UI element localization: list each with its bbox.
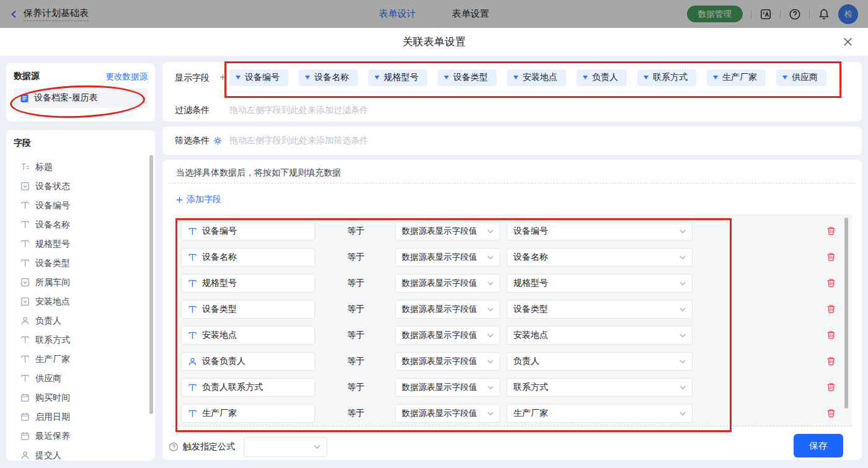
change-datasource-link[interactable]: 更改数据源: [106, 71, 148, 82]
field-list-item[interactable]: 提交人: [6, 446, 155, 461]
display-field-chip[interactable]: 供应商: [776, 69, 826, 86]
display-field-chip[interactable]: 安装地点: [507, 69, 566, 86]
rule-field-box[interactable]: 生产厂家: [181, 404, 315, 423]
fill-rule-row: 设备负责人 等于 数据源表显示字段值 负责人: [181, 352, 852, 371]
source-field-select[interactable]: 设备编号: [507, 222, 693, 241]
field-list-item[interactable]: 生产厂家: [6, 350, 155, 369]
field-list-item[interactable]: 设备编号: [6, 196, 155, 215]
source-field-select[interactable]: 联系方式: [507, 378, 693, 397]
rule-field-box[interactable]: 规格型号: [181, 274, 315, 293]
field-type-icon: [188, 227, 197, 236]
avatar[interactable]: 检: [838, 4, 858, 24]
field-list-item[interactable]: 设备类型: [6, 254, 155, 273]
close-icon[interactable]: [843, 37, 853, 47]
field-list-item[interactable]: 设备名称: [6, 215, 155, 234]
add-display-field-icon[interactable]: [219, 74, 226, 81]
trash-icon[interactable]: [826, 226, 836, 236]
display-field-chip[interactable]: 设备编号: [229, 69, 288, 86]
display-field-chip[interactable]: 负责人: [577, 69, 627, 86]
gear-icon[interactable]: [213, 136, 222, 145]
display-field-chip[interactable]: 设备类型: [438, 69, 497, 86]
trash-icon[interactable]: [826, 304, 836, 314]
data-manage-button[interactable]: 数据管理: [687, 6, 743, 22]
source-value-select[interactable]: 数据源表显示字段值: [395, 274, 500, 293]
display-field-chip[interactable]: 规格型号: [368, 69, 427, 86]
rule-field-box[interactable]: 设备名称: [181, 248, 315, 267]
source-value-label: 数据源表显示字段值: [402, 252, 477, 263]
source-value-select[interactable]: 数据源表显示字段值: [395, 248, 500, 267]
add-field-button[interactable]: 添加字段: [176, 194, 221, 205]
field-list-item[interactable]: 安装地点: [6, 292, 155, 311]
source-field-select[interactable]: 负责人: [507, 352, 693, 371]
source-value-select[interactable]: 数据源表显示字段值: [395, 300, 500, 319]
field-list-item[interactable]: 设备状态: [6, 177, 155, 196]
filter-drop-zone[interactable]: 拖动左侧字段到此处来添加过滤条件: [229, 105, 368, 116]
field-item-label: 标题: [35, 162, 53, 173]
trash-icon[interactable]: [826, 382, 836, 392]
field-type-icon: [20, 220, 30, 230]
display-field-chip[interactable]: 生产厂家: [707, 69, 766, 86]
rule-field-box[interactable]: 设备负责人: [181, 352, 315, 371]
field-list-item[interactable]: 联系方式: [6, 330, 155, 350]
rule-field-box[interactable]: 设备类型: [181, 300, 315, 319]
source-value-select[interactable]: 数据源表显示字段值: [395, 352, 500, 371]
field-list-item[interactable]: 最近保养: [6, 426, 155, 446]
trash-icon[interactable]: [826, 278, 836, 288]
display-field-chip[interactable]: 设备名称: [299, 69, 358, 86]
rule-field-box[interactable]: 安装地点: [181, 326, 315, 345]
back-button[interactable]: 保养计划基础表: [10, 0, 89, 28]
source-value-select[interactable]: 数据源表显示字段值: [395, 222, 500, 241]
field-type-icon: [20, 393, 30, 403]
chevron-down-icon: [680, 333, 686, 338]
fill-rules-list: 设备编号 等于 数据源表显示字段值 设备编号: [172, 214, 852, 426]
source-field-select[interactable]: 设备名称: [507, 248, 693, 267]
fields-scrollbar-thumb[interactable]: [149, 155, 153, 414]
source-value-select[interactable]: 数据源表显示字段值: [395, 378, 500, 397]
source-field-select[interactable]: 安装地点: [507, 326, 693, 345]
trigger-formula-row: 触发指定公式: [169, 435, 327, 459]
source-field-select[interactable]: 规格型号: [507, 274, 693, 293]
datasource-selected-item[interactable]: 设备档案-履历表: [14, 88, 148, 108]
chevron-down-icon: [487, 386, 494, 390]
tab-form-settings[interactable]: 表单设置: [452, 8, 489, 20]
field-list-item[interactable]: 负责人: [6, 311, 155, 330]
field-list-item[interactable]: 购买时间: [6, 388, 155, 407]
rule-field-box[interactable]: 设备编号: [181, 222, 315, 241]
field-list-item[interactable]: 启用日期: [6, 407, 155, 426]
field-type-icon: [20, 201, 30, 211]
language-icon[interactable]: [760, 8, 772, 20]
help-icon[interactable]: [789, 8, 801, 20]
caret-down-icon: [713, 76, 718, 79]
field-item-label: 提交人: [35, 450, 61, 461]
display-field-chip[interactable]: 联系方式: [637, 69, 696, 86]
bell-icon[interactable]: [818, 8, 830, 20]
fill-rule-row: 设备名称 等于 数据源表显示字段值 设备名称: [181, 248, 852, 267]
trash-icon[interactable]: [826, 252, 836, 262]
field-list-item[interactable]: 规格型号: [6, 234, 155, 254]
source-field-select[interactable]: 生产厂家: [507, 404, 693, 423]
trash-icon[interactable]: [826, 408, 836, 418]
rule-field-label: 安装地点: [202, 330, 237, 341]
trash-icon[interactable]: [826, 330, 836, 340]
field-type-icon: [188, 253, 197, 262]
chevron-down-icon: [487, 229, 494, 234]
chevron-down-icon: [314, 444, 321, 449]
trigger-formula-select[interactable]: [244, 437, 327, 457]
field-list-item[interactable]: 供应商: [6, 369, 155, 388]
field-list-item[interactable]: 所属车间: [6, 273, 155, 292]
source-value-select[interactable]: 数据源表显示字段值: [395, 404, 500, 423]
rule-field-box[interactable]: 负责人联系方式: [181, 378, 315, 397]
field-list-item[interactable]: 标题: [6, 157, 155, 177]
tab-form-design[interactable]: 表单设计: [379, 8, 416, 20]
fill-rule-row: 安装地点 等于 数据源表显示字段值 安装地点: [181, 326, 852, 345]
source-field-select[interactable]: 设备类型: [507, 300, 693, 319]
field-item-label: 安装地点: [35, 296, 70, 307]
chevron-down-icon: [487, 255, 494, 260]
screen-drop-zone[interactable]: 拖动左侧字段到此处来添加筛选条件: [229, 135, 368, 146]
chevron-left-icon: [10, 10, 19, 19]
save-button[interactable]: 保存: [794, 434, 843, 457]
source-value-select[interactable]: 数据源表显示字段值: [395, 326, 500, 345]
field-type-icon: [20, 162, 30, 172]
trash-icon[interactable]: [826, 356, 836, 366]
question-circle-icon[interactable]: [169, 442, 179, 452]
